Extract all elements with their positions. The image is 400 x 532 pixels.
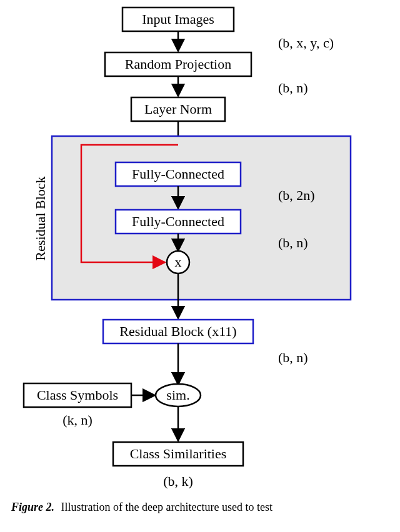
label-residual-block-side: Residual Block (32, 176, 48, 260)
figure-caption: Figure 2. Illustration of the deep archi… (11, 501, 272, 513)
node-multiply: x (167, 251, 189, 273)
caption-rest: Illustration of the deep architecture us… (61, 501, 272, 513)
node-input-images: Input Images (122, 7, 234, 31)
node-residual-repeat: Residual Block (x11) (103, 320, 253, 343)
label-sim: sim. (166, 387, 189, 403)
dim-output: (b, k) (163, 473, 193, 489)
node-fc1: Fully-Connected (116, 162, 241, 186)
label-class-similarities: Class Similarities (130, 446, 227, 461)
node-class-symbols: Class Symbols (24, 383, 131, 407)
dim-after-input: (b, x, y, c) (278, 35, 334, 51)
node-class-similarities: Class Similarities (113, 442, 243, 466)
label-residual-repeat: Residual Block (x11) (119, 323, 236, 339)
architecture-diagram: Input Images (b, x, y, c) Random Project… (0, 0, 400, 532)
dim-after-randproj: (b, n) (278, 80, 308, 96)
dim-after-residual-repeat: (b, n) (278, 350, 308, 365)
dim-after-fc2: (b, n) (278, 235, 308, 250)
label-fc2: Fully-Connected (132, 214, 224, 229)
label-multiply: x (175, 254, 182, 270)
label-random-projection: Random Projection (125, 56, 231, 72)
dim-after-fc1: (b, 2n) (278, 187, 315, 203)
node-fc2: Fully-Connected (116, 210, 241, 234)
label-layer-norm: Layer Norm (144, 101, 212, 117)
caption-prefix: Figure 2. (11, 501, 54, 513)
label-fc1: Fully-Connected (132, 166, 224, 182)
node-sim: sim. (156, 384, 201, 406)
node-random-projection: Random Projection (105, 52, 251, 76)
node-layer-norm: Layer Norm (131, 97, 225, 121)
label-input-images: Input Images (142, 11, 214, 27)
dim-class-symbols: (k, n) (62, 412, 92, 428)
label-class-symbols: Class Symbols (37, 387, 118, 403)
